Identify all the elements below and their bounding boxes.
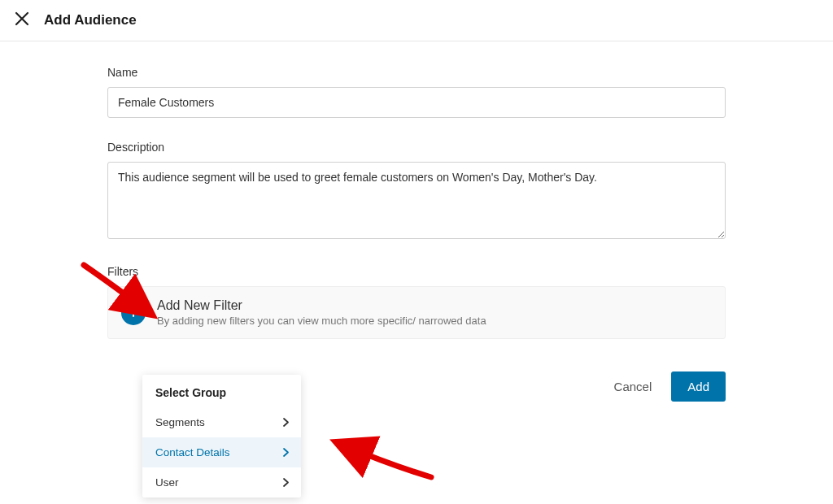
chevron-right-icon — [282, 477, 290, 488]
description-label: Description — [107, 141, 726, 154]
cancel-button[interactable]: Cancel — [614, 380, 652, 393]
chevron-right-icon — [282, 417, 290, 428]
add-filter-button[interactable] — [121, 301, 146, 325]
add-button[interactable]: Add — [671, 371, 726, 402]
add-filter-subtitle: By adding new filters you can view much … — [157, 315, 486, 327]
modal-title: Add Audience — [44, 12, 137, 28]
modal-header: Add Audience — [0, 0, 833, 41]
filters-label: Filters — [107, 265, 726, 278]
name-input[interactable] — [107, 87, 726, 118]
description-field-group: Description — [107, 141, 726, 242]
chevron-right-icon — [282, 447, 290, 458]
close-button[interactable] — [15, 11, 29, 29]
filters-section: Filters Add New Filter By adding new fil… — [107, 265, 726, 339]
dropdown-item-user[interactable]: User — [142, 467, 301, 497]
dropdown-item-label: User — [155, 476, 179, 489]
add-filter-text: Add New Filter By adding new filters you… — [157, 298, 486, 327]
dropdown-item-segments[interactable]: Segments — [142, 407, 301, 437]
annotation-arrow-2 — [325, 432, 439, 489]
add-filter-title: Add New Filter — [157, 298, 486, 313]
name-label: Name — [107, 66, 726, 79]
close-icon — [15, 11, 29, 29]
dropdown-title: Select Group — [142, 375, 301, 407]
dropdown-item-label: Contact Details — [155, 446, 230, 458]
plus-icon — [128, 306, 139, 320]
dropdown-item-label: Segments — [155, 416, 205, 428]
select-group-dropdown: Select Group Segments Contact Details Us… — [142, 375, 301, 497]
dropdown-item-contact-details[interactable]: Contact Details — [142, 437, 301, 467]
modal-content: Name Description Filters Add New Filter … — [107, 41, 726, 402]
description-input[interactable] — [107, 162, 726, 239]
name-field-group: Name — [107, 66, 726, 118]
add-filter-card[interactable]: Add New Filter By adding new filters you… — [107, 286, 726, 339]
